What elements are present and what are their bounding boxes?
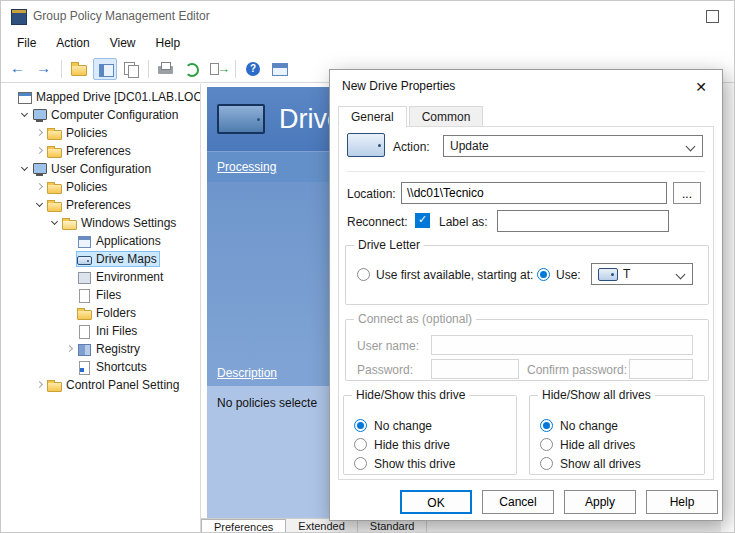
- help-icon[interactable]: [241, 58, 265, 80]
- processing-link[interactable]: Processing: [217, 160, 276, 174]
- tree-node: Files: [76, 287, 124, 303]
- tree-item-files[interactable]: Files: [1, 286, 200, 304]
- hide-show-all-option-hide-all-drives[interactable]: Hide all drives: [540, 435, 700, 454]
- close-icon[interactable]: ✕: [690, 76, 712, 98]
- navigation-tree: Mapped Drive [DC01.LAB.LOCAComputer Conf…: [1, 84, 201, 532]
- connect-as-group-label: Connect as (optional): [354, 312, 476, 326]
- tree-item-policies[interactable]: Policies: [1, 124, 200, 142]
- label-as-input[interactable]: [497, 210, 669, 232]
- tab-common[interactable]: Common: [409, 106, 484, 128]
- radio-no-change[interactable]: [354, 419, 367, 432]
- tree-item-preferences[interactable]: Preferences: [1, 196, 200, 214]
- tree-item-label: Computer Configuration: [51, 108, 178, 122]
- hide-show-this-option-hide-this-drive[interactable]: Hide this drive: [354, 435, 512, 454]
- menu-file[interactable]: File: [7, 31, 46, 55]
- tree-item-label: Policies: [66, 126, 107, 140]
- tree-item-user-configuration[interactable]: User Configuration: [1, 160, 200, 178]
- tree-item-ini-files[interactable]: Ini Files: [1, 322, 200, 340]
- cancel-button[interactable]: Cancel: [482, 490, 554, 514]
- chevron-down-icon[interactable]: [35, 200, 45, 210]
- show-hide-tree-icon[interactable]: [93, 58, 117, 80]
- hide-show-this-label-show-this-drive: Show this drive: [374, 457, 455, 471]
- ok-button[interactable]: OK: [400, 490, 472, 514]
- hide-show-this-drive-group: Hide/Show this drive No changeHide this …: [343, 395, 517, 475]
- folder-icon: [47, 127, 62, 140]
- action-dropdown[interactable]: Update: [443, 135, 703, 157]
- tree-item-control-panel-setting[interactable]: Control Panel Setting: [1, 376, 200, 394]
- hide-show-all-drives-label: Hide/Show all drives: [538, 388, 655, 402]
- tree-node: Environment: [76, 269, 166, 285]
- tab-general[interactable]: General: [338, 106, 407, 128]
- export-list-icon[interactable]: [206, 58, 230, 80]
- tree-item-label: Preferences: [66, 144, 131, 158]
- hide-show-this-drive-label: Hide/Show this drive: [352, 388, 469, 402]
- up-folder-icon[interactable]: [67, 58, 91, 80]
- radio-use[interactable]: [537, 268, 550, 281]
- hide-show-this-option-show-this-drive[interactable]: Show this drive: [354, 454, 512, 473]
- tree-item-drive-maps[interactable]: Drive Maps: [1, 250, 200, 268]
- chevron-right-icon[interactable]: [35, 146, 45, 156]
- chevron-down-icon[interactable]: [20, 164, 30, 174]
- hide-show-all-option-no-change[interactable]: No change: [540, 416, 700, 435]
- menu-action[interactable]: Action: [46, 31, 99, 55]
- new-drive-properties-dialog: New Drive Properties ✕ GeneralCommon Act…: [329, 69, 723, 521]
- radio-hide-this-drive[interactable]: [354, 438, 367, 451]
- chevron-down-icon: [676, 270, 686, 280]
- tree-item-registry[interactable]: Registry: [1, 340, 200, 358]
- tree-node: Mapped Drive [DC01.LAB.LOCA: [16, 89, 201, 105]
- tree-item-environment[interactable]: Environment: [1, 268, 200, 286]
- tree-item-folders[interactable]: Folders: [1, 304, 200, 322]
- tree-item-computer-configuration[interactable]: Computer Configuration: [1, 106, 200, 124]
- radio-no-change[interactable]: [540, 419, 553, 432]
- hide-show-all-option-show-all-drives[interactable]: Show all drives: [540, 454, 700, 473]
- back-icon[interactable]: [6, 58, 30, 80]
- user-name-label: User name:: [357, 339, 419, 353]
- chevron-right-icon[interactable]: [35, 380, 45, 390]
- copy-icon[interactable]: [119, 58, 143, 80]
- maximize-button[interactable]: [706, 10, 719, 23]
- drive-icon: [77, 253, 92, 266]
- tree-item-preferences[interactable]: Preferences: [1, 142, 200, 160]
- app-icon: [77, 235, 92, 248]
- app-icon: [11, 9, 27, 25]
- menu-view[interactable]: View: [100, 31, 146, 55]
- tree-node: Ini Files: [76, 323, 140, 339]
- tree-item-policies[interactable]: Policies: [1, 178, 200, 196]
- tree-item-applications[interactable]: Applications: [1, 232, 200, 250]
- chevron-right-icon[interactable]: [35, 182, 45, 192]
- tree-item-shortcuts[interactable]: Shortcuts: [1, 358, 200, 376]
- drive-letter-icon: [598, 268, 618, 281]
- hide-show-this-option-no-change[interactable]: No change: [354, 416, 512, 435]
- help-button[interactable]: Help: [646, 490, 718, 514]
- radio-hide-all-drives[interactable]: [540, 438, 553, 451]
- hide-show-this-label-no-change: No change: [374, 419, 432, 433]
- browse-button[interactable]: ...: [673, 182, 701, 204]
- apply-button[interactable]: Apply: [564, 490, 636, 514]
- tree-item-label: User Configuration: [51, 162, 151, 176]
- icon-view-icon[interactable]: [267, 58, 291, 80]
- drive-letter-dropdown[interactable]: T: [591, 263, 693, 285]
- tree-node: Folders: [76, 305, 139, 321]
- tree-item-mapped-drive-dc01-lab-loca[interactable]: Mapped Drive [DC01.LAB.LOCA: [1, 88, 200, 106]
- chevron-down-icon[interactable]: [20, 110, 30, 120]
- location-label: Location:: [347, 187, 396, 201]
- password-label: Password:: [357, 363, 413, 377]
- location-input[interactable]: [401, 182, 667, 204]
- refresh-icon[interactable]: [180, 58, 204, 80]
- chevron-right-icon[interactable]: [35, 128, 45, 138]
- radio-show-this-drive[interactable]: [354, 457, 367, 470]
- forward-icon[interactable]: [32, 58, 56, 80]
- radio-use-first-available[interactable]: [357, 268, 370, 281]
- radio-show-all-drives[interactable]: [540, 457, 553, 470]
- tree-item-windows-settings[interactable]: Windows Settings: [1, 214, 200, 232]
- tree-item-label: Preferences: [66, 198, 131, 212]
- chevron-down-icon[interactable]: [50, 218, 60, 228]
- menu-help[interactable]: Help: [146, 31, 191, 55]
- description-link[interactable]: Description: [217, 366, 277, 380]
- tree-node: Applications: [76, 233, 164, 249]
- reconnect-checkbox[interactable]: [415, 213, 430, 228]
- folder-icon: [47, 199, 62, 212]
- view-tab-preferences[interactable]: Preferences: [201, 519, 286, 532]
- chevron-right-icon[interactable]: [65, 344, 75, 354]
- print-icon[interactable]: [154, 58, 178, 80]
